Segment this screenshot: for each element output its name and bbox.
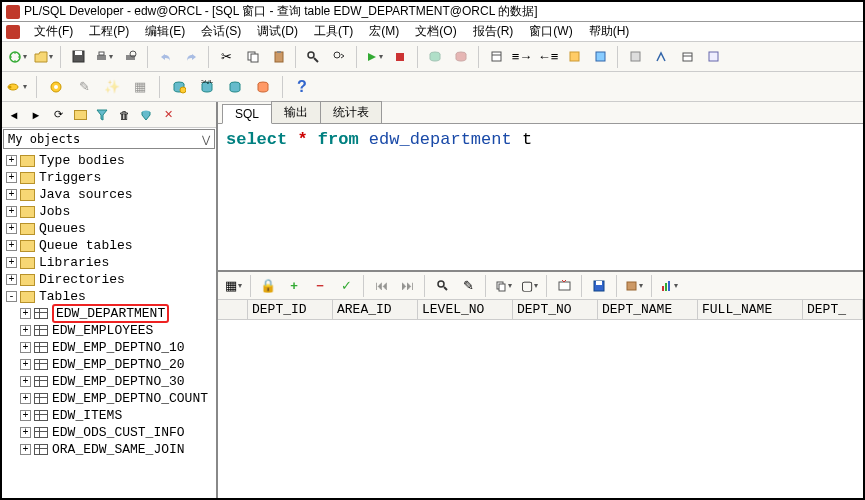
redo-button[interactable] — [180, 46, 202, 68]
grid-body[interactable] — [218, 320, 863, 498]
grid-view-button[interactable]: ▦ — [222, 275, 244, 297]
tree-table[interactable]: EDW_ODS_CUST_INFO — [2, 424, 216, 441]
db-tool-4[interactable] — [252, 76, 274, 98]
tree-folder[interactable]: Directories — [2, 271, 216, 288]
expand-icon[interactable] — [20, 393, 31, 404]
beautify-button[interactable] — [563, 46, 585, 68]
expand-icon[interactable] — [6, 206, 17, 217]
sb-filter-button[interactable] — [92, 105, 112, 125]
indent-button[interactable]: ≡→ — [511, 46, 533, 68]
wand-button[interactable]: ✨ — [101, 76, 123, 98]
grid-export-button[interactable] — [623, 275, 645, 297]
tool-button-c[interactable] — [676, 46, 698, 68]
column-header[interactable]: LEVEL_NO — [418, 300, 513, 319]
column-header[interactable]: DEPT_NO — [513, 300, 598, 319]
grid-save-button[interactable] — [588, 275, 610, 297]
tab-output[interactable]: 输出 — [271, 101, 321, 123]
expand-icon[interactable] — [6, 274, 17, 285]
cut-button[interactable]: ✂ — [215, 46, 237, 68]
grid-add-button[interactable]: + — [283, 275, 305, 297]
execute-button[interactable] — [363, 46, 385, 68]
expand-icon[interactable] — [20, 444, 31, 455]
grid-del-button[interactable]: − — [309, 275, 331, 297]
column-header[interactable]: FULL_NAME — [698, 300, 803, 319]
menu-session[interactable]: 会话(S) — [195, 23, 247, 40]
rollback-button[interactable] — [450, 46, 472, 68]
comment-button[interactable] — [589, 46, 611, 68]
copy-button[interactable] — [241, 46, 263, 68]
tree-folder-tables[interactable]: Tables — [2, 288, 216, 305]
expand-icon[interactable] — [6, 189, 17, 200]
menu-file[interactable]: 文件(F) — [28, 23, 79, 40]
open-button[interactable] — [32, 46, 54, 68]
sb-dbfilter-button[interactable] — [136, 105, 156, 125]
column-resize-handle[interactable] — [244, 302, 247, 317]
column-resize-handle[interactable] — [859, 302, 862, 317]
expand-icon[interactable] — [20, 427, 31, 438]
schema-selector[interactable]: My objects ⋁ — [3, 129, 215, 149]
column-header[interactable]: DEPT_ID — [248, 300, 333, 319]
tree-table[interactable]: EDW_DEPARTMENT — [2, 305, 216, 322]
print-button[interactable] — [93, 46, 115, 68]
grid-last-button[interactable]: ⏭ — [396, 275, 418, 297]
tree-folder[interactable]: Jobs — [2, 203, 216, 220]
menu-debug[interactable]: 调试(D) — [251, 23, 304, 40]
tree-table[interactable]: EDW_EMP_DEPTNO_20 — [2, 356, 216, 373]
sql-editor[interactable]: select * from edw_department t — [218, 124, 863, 272]
expand-icon[interactable] — [20, 308, 31, 319]
tree-table[interactable]: ORA_EDW_SAME_JOIN — [2, 441, 216, 458]
tree-table[interactable]: EDW_EMP_DEPTNO_30 — [2, 373, 216, 390]
column-header[interactable]: DEPT_ — [803, 300, 863, 319]
logon-button[interactable] — [6, 76, 28, 98]
grid-misc1-button[interactable]: ▢ — [518, 275, 540, 297]
grid-query-button[interactable] — [553, 275, 575, 297]
undo-button[interactable] — [154, 46, 176, 68]
db-tool-2[interactable]: SQL — [196, 76, 218, 98]
grid-chart-button[interactable] — [658, 275, 680, 297]
grid-commit-button[interactable]: ✓ — [335, 275, 357, 297]
tree-folder[interactable]: Queues — [2, 220, 216, 237]
tree-folder[interactable]: Queue tables — [2, 237, 216, 254]
db-tool-3[interactable] — [224, 76, 246, 98]
expand-icon[interactable] — [6, 172, 17, 183]
menu-report[interactable]: 报告(R) — [467, 23, 520, 40]
tree-folder[interactable]: Libraries — [2, 254, 216, 271]
brush-button[interactable]: ✎ — [73, 76, 95, 98]
sb-fwd-button[interactable]: ► — [26, 105, 46, 125]
tree-table[interactable]: EDW_EMP_DEPTNO_10 — [2, 339, 216, 356]
find-replace-button[interactable] — [328, 46, 350, 68]
column-header[interactable] — [218, 300, 248, 319]
expand-icon[interactable] — [6, 223, 17, 234]
grid-copy-button[interactable] — [492, 275, 514, 297]
expand-icon[interactable] — [20, 342, 31, 353]
menu-tools[interactable]: 工具(T) — [308, 23, 359, 40]
stop-button[interactable] — [389, 46, 411, 68]
gear-button[interactable] — [45, 76, 67, 98]
column-resize-handle[interactable] — [799, 302, 802, 317]
column-resize-handle[interactable] — [694, 302, 697, 317]
tool-button-a[interactable] — [624, 46, 646, 68]
menu-documents[interactable]: 文档(O) — [409, 23, 462, 40]
expand-icon[interactable] — [20, 359, 31, 370]
tree-folder[interactable]: Triggers — [2, 169, 216, 186]
tree-table[interactable]: EDW_EMP_DEPTNO_COUNT — [2, 390, 216, 407]
column-header[interactable]: AREA_ID — [333, 300, 418, 319]
grid-button[interactable]: ▦ — [129, 76, 151, 98]
grid-first-button[interactable]: ⏮ — [370, 275, 392, 297]
tool-button-b[interactable] — [650, 46, 672, 68]
tab-stats[interactable]: 统计表 — [320, 101, 382, 123]
expand-icon[interactable] — [6, 257, 17, 268]
menu-project[interactable]: 工程(P) — [83, 23, 135, 40]
print-preview-button[interactable] — [119, 46, 141, 68]
grid-edit-button[interactable]: ✎ — [457, 275, 479, 297]
tree-table[interactable]: EDW_ITEMS — [2, 407, 216, 424]
column-resize-handle[interactable] — [509, 302, 512, 317]
commit-button[interactable] — [424, 46, 446, 68]
outdent-button[interactable]: ←≡ — [537, 46, 559, 68]
expand-icon[interactable] — [6, 155, 17, 166]
tab-sql[interactable]: SQL — [222, 104, 272, 124]
explain-plan-button[interactable] — [485, 46, 507, 68]
sb-trash-button[interactable]: 🗑 — [114, 105, 134, 125]
object-tree[interactable]: Type bodiesTriggersJava sourcesJobsQueue… — [2, 150, 216, 498]
menu-edit[interactable]: 编辑(E) — [139, 23, 191, 40]
